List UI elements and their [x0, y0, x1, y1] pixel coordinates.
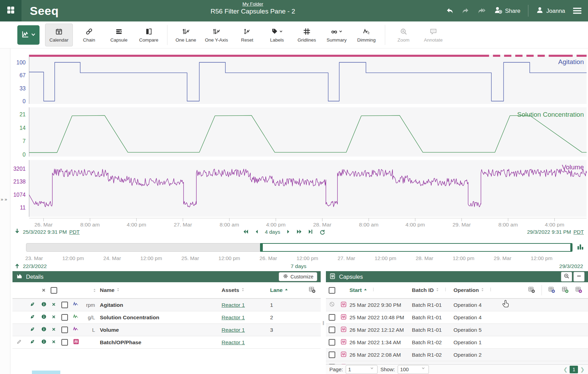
toolbar-button-chain[interactable]: Chain [76, 24, 103, 46]
step-to-end-icon[interactable] [308, 229, 314, 235]
toolbar-button-labels[interactable]: Labels [263, 24, 291, 46]
display-range-start[interactable]: 25/3/2022 9:31 PM [23, 229, 67, 235]
capsule-row-4[interactable]: 26 Mar 2022 2:08 AMBatch R1-02Operation … [326, 349, 588, 361]
redo-all-icon[interactable] [477, 7, 486, 15]
display-range-end[interactable]: 29/3/2022 9:31 PM [527, 229, 571, 235]
asset-link[interactable]: Reactor 1 [222, 339, 245, 346]
capsule-row-1[interactable]: 25 Mar 2022 10:48 PMBatch R1-01Operation… [326, 311, 588, 324]
timebar-left-handle[interactable] [260, 243, 263, 251]
asset-link[interactable]: Reactor 1 [222, 327, 245, 333]
details-row-1[interactable]: g/LSolution ConcentrationReactor 12 [12, 311, 321, 324]
step-back-fast-icon[interactable] [243, 229, 249, 235]
toolbar-button-summary[interactable]: Summary [323, 24, 350, 46]
close-icon[interactable] [51, 302, 56, 308]
capsule-checkbox[interactable] [329, 339, 335, 346]
close-icon[interactable] [51, 314, 56, 321]
column-menu-icon[interactable] [443, 286, 448, 294]
capsule-checkbox[interactable] [329, 327, 335, 333]
capsule-row-0[interactable]: 25 Mar 2022 9:30 PMBatch R1-01Operation … [326, 299, 588, 311]
toolbar-button-dimming[interactable]: Dimming [353, 24, 380, 46]
add-column-icon-1[interactable] [548, 286, 555, 295]
add-column-icon-0[interactable] [528, 286, 535, 295]
close-icon[interactable] [51, 339, 56, 346]
redo-icon[interactable] [461, 7, 470, 15]
breadcrumb-folder-link[interactable]: My Folder [210, 1, 295, 7]
investigate-range-duration[interactable]: 7 days [291, 263, 306, 269]
step-back-icon[interactable] [254, 229, 260, 235]
column-header-assets[interactable]: Assets [222, 287, 245, 294]
user-menu[interactable]: Joanna [536, 6, 565, 15]
column-header-start[interactable]: Start [349, 286, 412, 294]
pager-prev-icon[interactable]: ❮ [563, 366, 568, 373]
customize-button[interactable]: Customize [279, 272, 317, 281]
show-select[interactable]: 100 [398, 365, 429, 374]
toolbar-button-one-lane[interactable]: One Lane [172, 24, 199, 46]
trend-chart[interactable]: 10067330Agitation211470Solution Concentr… [0, 48, 588, 227]
timezone-link[interactable]: PDT [69, 229, 80, 235]
step-forward-icon[interactable] [285, 229, 291, 235]
add-column-icon-2[interactable] [562, 286, 569, 295]
toolbar-button-calendar[interactable]: Calendar [45, 24, 73, 46]
asset-link[interactable]: Reactor 1 [222, 302, 245, 308]
refresh-icon[interactable] [319, 229, 326, 235]
capsules-select-all-checkbox[interactable] [329, 287, 335, 294]
timezone-link-end[interactable]: PDT [573, 229, 584, 235]
timebar-options-button[interactable] [576, 243, 585, 252]
panel-splitter[interactable]: ∥ [321, 271, 326, 374]
capsules-collapse-button[interactable] [573, 272, 585, 282]
asset-link[interactable]: Reactor 1 [222, 314, 245, 321]
trend-view-selector-button[interactable] [17, 25, 40, 45]
details-row-0[interactable]: rpmAgitationReactor 11 [12, 299, 321, 311]
range-duration[interactable]: 4 days [265, 229, 280, 235]
apps-grid-button[interactable] [0, 0, 21, 21]
column-header-batch-id[interactable]: Batch ID [412, 286, 453, 294]
column-menu-icon[interactable] [371, 286, 375, 294]
investigate-range-end[interactable]: 29/3/2022 [559, 263, 583, 269]
toolbar-button-compare[interactable]: Compare [135, 24, 162, 46]
investigate-start-arrow-icon[interactable] [14, 262, 20, 270]
capsule-checkbox[interactable] [329, 351, 335, 358]
toolbar-button-reset[interactable]: Reset [234, 24, 261, 46]
investigate-range-start[interactable]: 22/3/2022 [23, 263, 47, 269]
rocket-icon[interactable] [29, 326, 35, 333]
investigate-timebar[interactable] [26, 243, 573, 252]
column-menu-icon[interactable] [488, 286, 493, 294]
capsule-row-2[interactable]: 26 Mar 2022 12:12 AMBatch R1-01Operation… [326, 324, 588, 336]
sort-color-icon[interactable] [82, 288, 97, 293]
info-icon[interactable] [41, 339, 47, 346]
rocket-icon[interactable] [29, 339, 35, 346]
toolbar-button-capsule[interactable]: Capsule [105, 24, 132, 46]
timebar-selection[interactable] [260, 243, 572, 252]
share-button[interactable]: Share [494, 6, 520, 16]
column-header-lane[interactable]: Lane [270, 287, 289, 293]
timebar-right-handle[interactable] [570, 243, 572, 251]
capsule-row-3[interactable]: 26 Mar 2022 1:34 AMBatch R1-02Operation … [326, 336, 588, 349]
toolbar-button-gridlines[interactable]: Gridlines [293, 24, 320, 46]
info-icon[interactable] [41, 301, 47, 309]
info-icon[interactable] [41, 326, 47, 333]
row-checkbox[interactable] [61, 302, 68, 308]
details-row-2[interactable]: LVolumeReactor 13 [12, 324, 321, 336]
step-forward-fast-icon[interactable] [296, 229, 302, 235]
toolbar-button-annotate[interactable]: Annotate [420, 24, 447, 46]
rocket-icon[interactable] [29, 301, 35, 309]
toolbar-button-zoom[interactable]: Zoom [390, 24, 417, 46]
row-checkbox[interactable] [61, 339, 68, 346]
info-icon[interactable] [41, 314, 47, 321]
column-header-operation[interactable]: Operation [453, 286, 502, 294]
row-checkbox[interactable] [61, 327, 68, 333]
range-start-arrow-icon[interactable] [14, 228, 20, 235]
capsules-zoom-button[interactable] [561, 272, 572, 282]
add-column-icon-3[interactable] [575, 286, 582, 295]
select-all-checkbox[interactable] [51, 287, 57, 294]
close-icon[interactable] [51, 327, 56, 333]
pencil-icon[interactable] [16, 339, 22, 346]
pager-next-icon[interactable]: ❯ [580, 366, 585, 373]
undo-icon[interactable] [446, 7, 454, 15]
hamburger-menu-icon[interactable] [573, 7, 582, 15]
details-row-3[interactable]: Batch/OP/PhaseReactor 1 [12, 336, 321, 349]
toolbar-button-one-y-axis[interactable]: One Y-Axis [202, 24, 231, 46]
column-header-name[interactable]: Name [100, 287, 121, 294]
pager-page-1[interactable]: 1 [570, 366, 578, 373]
capsule-checkbox[interactable] [329, 314, 335, 321]
